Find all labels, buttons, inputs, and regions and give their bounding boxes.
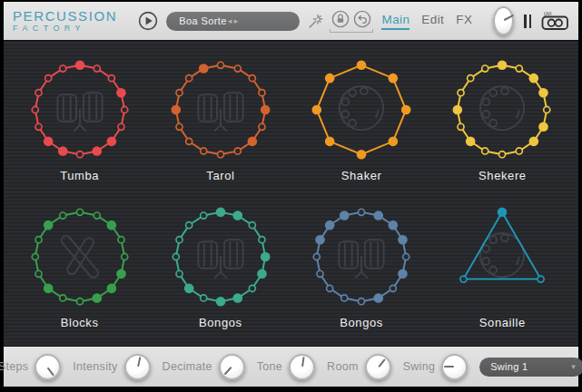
step-node-12-active[interactable]	[171, 105, 181, 115]
intensity-knob[interactable]	[124, 354, 151, 380]
step-node-11-inactive[interactable]	[35, 270, 42, 277]
step-node-6-active[interactable]	[312, 105, 322, 115]
swing-pattern-dropdown[interactable]: Swing 1 ▾	[479, 358, 582, 377]
pad-sonaille-8[interactable]: Sonaille	[432, 191, 573, 338]
step-node-10-active[interactable]	[43, 284, 53, 294]
step-node-2-inactive[interactable]	[460, 276, 467, 282]
step-node-4-inactive[interactable]	[121, 106, 127, 113]
step-node-7-active[interactable]	[92, 293, 102, 303]
step-node-0-inactive[interactable]	[359, 209, 365, 215]
step-node-14-inactive[interactable]	[185, 75, 192, 82]
step-node-12-active[interactable]	[453, 105, 463, 115]
pad-bongos-7[interactable]: Bongos	[291, 191, 432, 338]
step-node-5-inactive[interactable]	[118, 123, 124, 130]
step-node-14-active[interactable]	[43, 220, 53, 230]
step-node-15-inactive[interactable]	[482, 65, 488, 72]
step-node-10-active[interactable]	[466, 137, 476, 147]
step-node-8-inactive[interactable]	[76, 152, 83, 158]
step-node-1-inactive[interactable]	[517, 65, 523, 72]
step-node-4-active[interactable]	[357, 150, 367, 160]
step-node-2-inactive[interactable]	[249, 222, 255, 229]
step-node-13-inactive[interactable]	[35, 90, 42, 96]
step-node-11-inactive[interactable]	[176, 270, 182, 277]
step-node-6-active[interactable]	[106, 137, 116, 147]
step-node-10-inactive[interactable]	[185, 138, 192, 144]
tone-knob[interactable]	[289, 354, 315, 380]
step-node-11-inactive[interactable]	[35, 123, 42, 130]
step-node-6-inactive[interactable]	[390, 285, 396, 291]
step-node-10-inactive[interactable]	[327, 285, 333, 291]
step-node-15-inactive[interactable]	[59, 212, 65, 219]
step-node-9-inactive[interactable]	[59, 295, 65, 301]
step-node-9-active[interactable]	[58, 146, 68, 156]
step-node-0-active[interactable]	[74, 60, 84, 70]
step-node-4-inactive[interactable]	[544, 106, 550, 113]
step-node-0-inactive[interactable]	[76, 209, 83, 215]
step-node-7-inactive[interactable]	[517, 148, 523, 154]
tab-fx[interactable]: FX	[456, 13, 472, 30]
step-node-15-active[interactable]	[199, 64, 209, 74]
step-node-3-active[interactable]	[398, 235, 408, 245]
lock-icon[interactable]	[331, 10, 350, 28]
step-node-13-inactive[interactable]	[176, 90, 182, 96]
step-node-8-active[interactable]	[216, 297, 226, 307]
step-node-6-active[interactable]	[529, 137, 539, 147]
step-node-7-active[interactable]	[374, 293, 384, 303]
step-node-12-inactive[interactable]	[32, 106, 38, 113]
step-node-2-inactive[interactable]	[108, 75, 114, 82]
step-node-12-inactive[interactable]	[32, 253, 38, 260]
step-node-5-active[interactable]	[116, 269, 126, 279]
step-node-11-inactive[interactable]	[176, 123, 182, 130]
step-node-11-inactive[interactable]	[317, 270, 323, 277]
step-node-8-inactive[interactable]	[359, 299, 365, 305]
step-node-4-inactive[interactable]	[403, 253, 409, 260]
step-node-1-active[interactable]	[389, 74, 399, 83]
steps-knob[interactable]	[35, 354, 61, 380]
step-node-0-active[interactable]	[357, 60, 367, 70]
step-node-15-inactive[interactable]	[201, 212, 207, 219]
step-node-3-inactive[interactable]	[259, 237, 265, 243]
step-node-1-inactive[interactable]	[538, 276, 544, 282]
step-node-7-active[interactable]	[232, 293, 242, 303]
step-node-0-active[interactable]	[216, 207, 226, 217]
pad-shekere-4[interactable]: Shekere	[432, 44, 573, 191]
step-node-2-active[interactable]	[401, 105, 411, 115]
pad-bongos-6[interactable]: Bongos	[150, 191, 291, 338]
step-node-9-inactive[interactable]	[341, 295, 348, 301]
tab-edit[interactable]: Edit	[421, 13, 444, 30]
volume-knob[interactable]	[493, 6, 514, 35]
step-node-9-inactive[interactable]	[482, 148, 488, 154]
step-node-5-active[interactable]	[257, 269, 267, 279]
preset-prev-icon[interactable]: ◂	[227, 17, 233, 25]
swing-knob[interactable]	[441, 354, 468, 380]
preset-next-icon[interactable]: ▸	[233, 17, 240, 25]
step-node-5-inactive[interactable]	[259, 123, 265, 130]
step-node-13-active[interactable]	[315, 235, 325, 245]
step-node-2-active[interactable]	[529, 74, 539, 83]
pad-shaker-3[interactable]: Shaker	[291, 44, 432, 191]
step-node-15-inactive[interactable]	[59, 65, 65, 72]
step-node-0-inactive[interactable]	[217, 62, 223, 68]
step-node-14-inactive[interactable]	[185, 222, 192, 229]
step-node-6-inactive[interactable]	[249, 285, 255, 291]
step-node-1-active[interactable]	[374, 211, 384, 220]
tab-main[interactable]: Main	[381, 13, 409, 30]
step-node-1-active[interactable]	[232, 211, 242, 220]
step-node-10-active[interactable]	[43, 137, 53, 147]
step-node-2-active[interactable]	[106, 220, 116, 230]
step-node-3-active[interactable]	[539, 88, 549, 98]
step-node-3-active[interactable]	[389, 137, 399, 147]
step-node-7-active[interactable]	[92, 146, 102, 156]
step-node-14-inactive[interactable]	[44, 75, 51, 82]
step-node-1-inactive[interactable]	[94, 212, 100, 219]
step-node-7-inactive[interactable]	[234, 148, 241, 154]
step-node-9-inactive[interactable]	[201, 148, 207, 154]
step-node-5-active[interactable]	[398, 269, 408, 279]
step-node-5-active[interactable]	[325, 137, 335, 147]
step-node-0-active[interactable]	[498, 60, 508, 70]
step-node-4-inactive[interactable]	[121, 253, 127, 260]
step-node-2-active[interactable]	[389, 220, 399, 230]
step-node-2-inactive[interactable]	[249, 75, 255, 82]
step-node-13-inactive[interactable]	[35, 237, 42, 243]
step-node-14-inactive[interactable]	[468, 75, 474, 82]
